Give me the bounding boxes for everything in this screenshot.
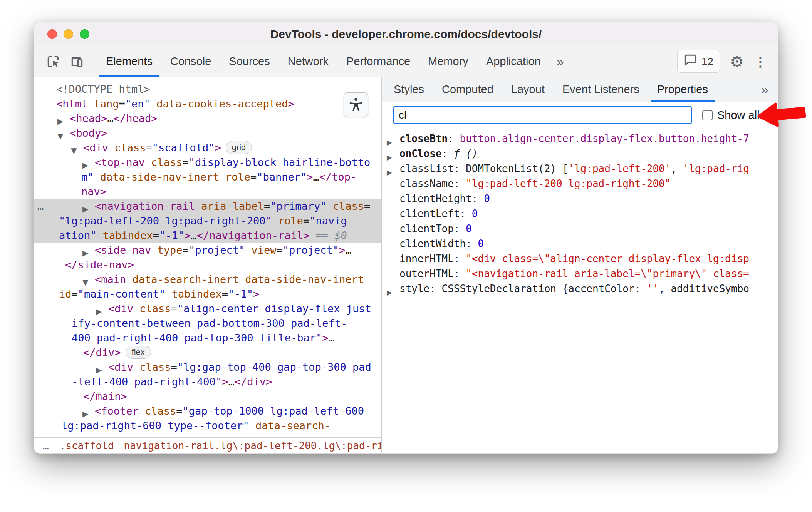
issues-button[interactable]: 12 [677, 50, 720, 73]
tab-sources[interactable]: Sources [220, 46, 278, 77]
devtools-window: DevTools - developer.chrome.com/docs/dev… [34, 22, 778, 454]
toolbar-right-cluster: 12 ⚙ ⋮ [677, 46, 778, 77]
tree-line[interactable]: <!DOCTYPE html> [34, 82, 381, 97]
more-tabs-icon[interactable]: » [550, 46, 571, 77]
tree-line[interactable]: ▶<footer class="gap-top-1000 lg:pad-left… [34, 404, 381, 418]
collapsed-arrow-icon[interactable]: ▶ [387, 165, 392, 176]
minimize-window-button[interactable] [64, 29, 73, 39]
tab-layout[interactable]: Layout [502, 77, 554, 102]
window-controls [47, 22, 89, 46]
tree-line[interactable]: ▶<top-nav class="display-block hairline-… [34, 155, 381, 170]
sidebar-tabs: StylesComputedLayoutEvent ListenersPrope… [382, 77, 778, 102]
property-value: 'lg:pad-left-200' [568, 163, 671, 174]
tab-styles[interactable]: Styles [385, 77, 433, 102]
issues-bubble-icon [684, 54, 697, 69]
sidebar-more-tabs-icon[interactable]: » [754, 77, 778, 102]
more-menu-icon[interactable]: ⋮ [754, 55, 767, 68]
property-value: CSSStyleDeclaration { [442, 283, 569, 294]
tab-computed[interactable]: Computed [433, 77, 502, 102]
tab-application[interactable]: Application [477, 46, 550, 77]
property-row[interactable]: className: "lg:pad-left-200 lg:pad-right… [382, 176, 778, 191]
breadcrumb-crumb[interactable]: .scaffold [55, 440, 119, 452]
tree-line[interactable]: ▼<body> [34, 126, 381, 141]
property-row[interactable]: outerHTML: "<navigation-rail aria-label=… [382, 266, 778, 281]
property-value: 0 [478, 238, 484, 249]
tab-performance[interactable]: Performance [337, 46, 419, 77]
property-row[interactable]: ▶onClose: ƒ () [382, 146, 778, 161]
tree-line[interactable]: ▼<div class="scaffold">grid [34, 141, 381, 155]
tab-event-listeners[interactable]: Event Listeners [554, 77, 648, 102]
property-row[interactable]: ▶classList: DOMTokenList(2) ['lg:pad-lef… [382, 161, 778, 176]
breadcrumb-crumb[interactable]: navigation-rail.lg\:pad-left-200.lg\:pad… [119, 440, 381, 452]
show-all-label[interactable]: Show all [717, 109, 760, 122]
property-value: : [635, 283, 647, 294]
tab-memory[interactable]: Memory [419, 46, 477, 77]
tree-line[interactable]: ▼<main data-search-inert data-side-nav-i… [34, 272, 381, 287]
tree-line[interactable]: <html lang="en" data-cookies-accepted> [34, 97, 381, 111]
tree-line[interactable]: ▶<head>…</head> [34, 111, 381, 126]
tree-line[interactable]: id="main-content" tabindex="-1"> [34, 287, 381, 301]
property-value: ƒ () [454, 148, 478, 159]
tree-line[interactable]: nav> [34, 184, 381, 199]
row-options-dots-icon[interactable]: … [37, 199, 44, 214]
main-toolbar: ElementsConsoleSourcesNetworkPerformance… [34, 46, 778, 77]
collapsed-arrow-icon[interactable]: ▶ [387, 150, 392, 161]
tree-line[interactable]: </side-nav> [34, 258, 381, 272]
property-row[interactable]: clientWidth: 0 [382, 236, 778, 251]
tree-line[interactable]: ▶<side-nav type="project" view="project"… [34, 243, 381, 258]
property-row[interactable]: clientTop: 0 [382, 221, 778, 236]
property-row[interactable]: ▶style: CSSStyleDeclaration {accentColor… [382, 281, 778, 296]
property-name: clientHeight [399, 193, 472, 204]
property-row[interactable]: innerHTML: "<div class=\"align-center di… [382, 251, 778, 266]
close-window-button[interactable] [47, 29, 57, 39]
show-all-checkbox[interactable] [702, 110, 713, 120]
flex-badge[interactable]: flex [126, 346, 151, 359]
property-name: outerHTML [399, 268, 454, 279]
tab-console[interactable]: Console [161, 46, 220, 77]
tree-line[interactable]: ▶<div class="lg:gap-top-400 gap-top-300 … [34, 360, 381, 375]
property-row[interactable]: clientLeft: 0 [382, 206, 778, 221]
tab-network[interactable]: Network [279, 46, 337, 77]
property-name: clientTop [399, 223, 454, 234]
tree-line[interactable]: "lg:pad-left-200 lg:pad-right-200" role=… [34, 214, 381, 228]
tree-line[interactable]: m" data-side-nav-inert role="banner">…</… [34, 170, 381, 184]
tree-line[interactable]: ▶<div class="align-center display-flex j… [34, 301, 381, 316]
main-tabs: ElementsConsoleSourcesNetworkPerformance… [97, 46, 550, 77]
breadcrumb-items: .scaffoldnavigation-rail.lg\:pad-left-20… [55, 440, 381, 452]
device-toolbar-icon[interactable] [65, 46, 89, 77]
breadcrumb: … .scaffoldnavigation-rail.lg\:pad-left-… [34, 437, 381, 453]
property-name: onClose [399, 148, 442, 159]
property-value: accentColor [568, 283, 634, 294]
property-value: "<navigation-rail aria-label=\"primary\"… [466, 268, 749, 279]
filter-input[interactable] [393, 106, 692, 124]
breadcrumb-overflow-left[interactable]: … [40, 440, 52, 452]
tree-line[interactable]: </main> [34, 389, 381, 404]
grid-badge[interactable]: grid [226, 141, 252, 154]
collapsed-arrow-icon[interactable]: ▶ [387, 285, 392, 296]
tab-properties[interactable]: Properties [648, 77, 717, 102]
sidebar-tabs-list: StylesComputedLayoutEvent ListenersPrope… [385, 77, 754, 102]
tab-elements[interactable]: Elements [97, 46, 161, 77]
screenshot-canvas: DevTools - developer.chrome.com/docs/dev… [0, 0, 812, 512]
tree-line[interactable]: ation" tabindex="-1">…</navigation-rail>… [34, 228, 381, 243]
title-bar[interactable]: DevTools - developer.chrome.com/docs/dev… [34, 22, 778, 46]
property-value: DOMTokenList(2) [ [466, 163, 568, 174]
property-row[interactable]: clientHeight: 0 [382, 191, 778, 206]
accessibility-tree-toggle[interactable] [344, 92, 368, 117]
property-name: innerHTML [399, 253, 454, 264]
tree-line[interactable]: …▶<navigation-rail aria-label="primary" … [34, 199, 381, 214]
tree-line[interactable]: 400 pad-right-400 pad-top-300 title-bar"… [34, 331, 381, 345]
settings-gear-icon[interactable]: ⚙ [730, 54, 744, 69]
sidebar-pane: StylesComputedLayoutEvent ListenersPrope… [382, 77, 778, 453]
tree-line[interactable]: -left-400 pad-right-400">…</div> [34, 375, 381, 389]
property-name: classList [399, 163, 454, 174]
tree-line[interactable]: </div>flex [34, 345, 381, 360]
property-value: , [659, 283, 671, 294]
property-row[interactable]: ▶closeBtn: button.align-center.display-f… [382, 131, 778, 146]
collapsed-arrow-icon[interactable]: ▶ [387, 135, 392, 146]
property-value: "lg:pad-left-200 lg:pad-right-200" [466, 178, 671, 189]
tree-line[interactable]: ify-content-between pad-bottom-300 pad-l… [34, 316, 381, 331]
tree-line[interactable]: lg:pad-right-600 type--footer" data-sear… [34, 418, 381, 433]
inspect-icon[interactable] [41, 46, 65, 77]
zoom-window-button[interactable] [80, 29, 89, 39]
